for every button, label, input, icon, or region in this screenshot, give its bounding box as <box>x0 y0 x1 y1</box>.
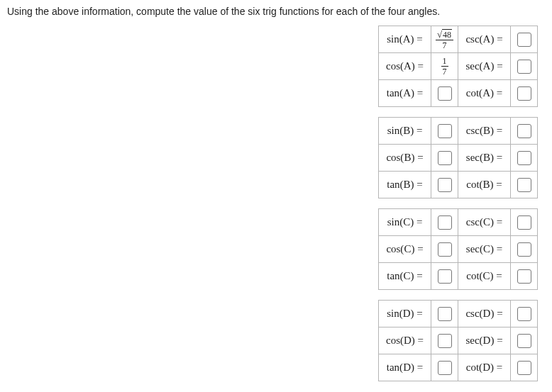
label-cos-B: cos(B) = <box>379 145 431 172</box>
label-cot-A: cot(A) = <box>458 80 511 107</box>
label-cot-C: cot(C) = <box>458 263 511 290</box>
group-B: sin(B) = csc(B) = cos(B) = sec(B) = tan(… <box>378 117 538 198</box>
input-tan-A[interactable] <box>438 86 452 101</box>
label-tan-C: tan(C) = <box>379 263 431 290</box>
input-cos-C[interactable] <box>438 242 452 257</box>
label-cos-A: cos(A) = <box>379 53 431 80</box>
label-cot-D: cot(D) = <box>458 354 511 381</box>
input-sec-A[interactable] <box>517 60 531 74</box>
input-csc-C[interactable] <box>517 215 531 230</box>
input-sin-B[interactable] <box>438 124 452 138</box>
prompt-text: Using the above information, compute the… <box>7 6 545 17</box>
label-tan-B: tan(B) = <box>379 172 431 198</box>
input-sec-C[interactable] <box>517 242 531 257</box>
label-sin-D: sin(D) = <box>379 301 431 327</box>
input-tan-D[interactable] <box>438 361 452 375</box>
input-cos-D[interactable] <box>438 334 452 348</box>
label-cos-D: cos(D) = <box>379 327 431 354</box>
input-sec-D[interactable] <box>517 334 531 348</box>
input-cot-A[interactable] <box>517 86 531 101</box>
label-sin-A: sin(A) = <box>379 26 431 53</box>
label-sin-C: sin(C) = <box>379 209 431 236</box>
label-csc-C: csc(C) = <box>458 209 511 236</box>
label-sin-B: sin(B) = <box>379 118 431 145</box>
label-csc-B: csc(B) = <box>458 118 511 145</box>
label-sec-C: sec(C) = <box>458 236 511 263</box>
label-sec-A: sec(A) = <box>458 53 511 80</box>
label-tan-D: tan(D) = <box>379 354 431 381</box>
label-cos-C: cos(C) = <box>379 236 431 263</box>
input-cos-B[interactable] <box>438 151 452 165</box>
input-csc-D[interactable] <box>517 307 531 321</box>
answer-groups: sin(A) = 48 7 csc(A) = cos(A) = 1 7 sec(… <box>7 26 545 381</box>
label-tan-A: tan(A) = <box>379 80 431 107</box>
label-csc-D: csc(D) = <box>458 301 511 327</box>
input-sec-B[interactable] <box>517 151 531 165</box>
group-D: sin(D) = csc(D) = cos(D) = sec(D) = tan(… <box>378 300 538 381</box>
label-sec-D: sec(D) = <box>458 327 511 354</box>
input-cot-C[interactable] <box>517 269 531 284</box>
input-sin-D[interactable] <box>438 307 452 321</box>
input-tan-B[interactable] <box>438 178 452 192</box>
input-cot-D[interactable] <box>517 361 531 375</box>
label-csc-A: csc(A) = <box>458 26 511 53</box>
input-csc-A[interactable] <box>517 33 531 47</box>
label-sec-B: sec(B) = <box>458 145 511 172</box>
value-sin-A: 48 7 <box>431 26 458 53</box>
group-C: sin(C) = csc(C) = cos(C) = sec(C) = tan(… <box>378 208 538 290</box>
input-cot-B[interactable] <box>517 178 531 192</box>
label-cot-B: cot(B) = <box>458 172 511 198</box>
group-A: sin(A) = 48 7 csc(A) = cos(A) = 1 7 sec(… <box>378 26 538 107</box>
input-sin-C[interactable] <box>438 215 452 230</box>
input-csc-B[interactable] <box>517 124 531 138</box>
input-tan-C[interactable] <box>438 269 452 284</box>
value-cos-A: 1 7 <box>431 53 458 80</box>
